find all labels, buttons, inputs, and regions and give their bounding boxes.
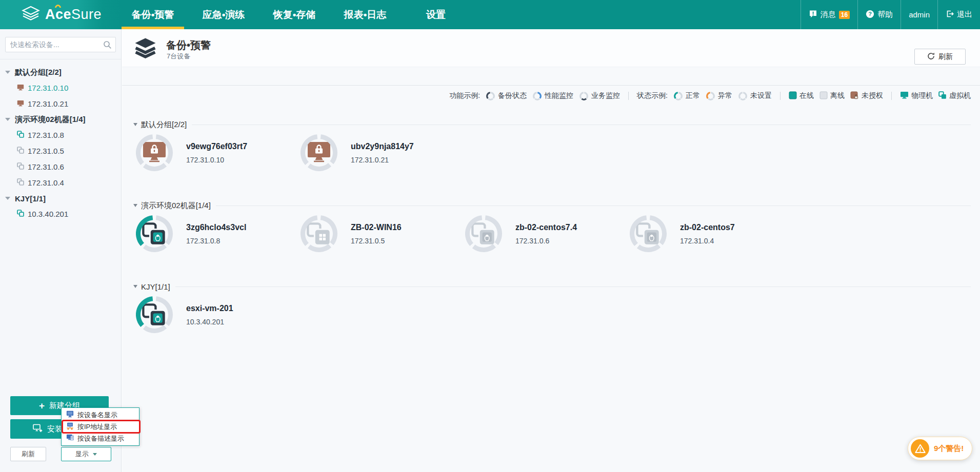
divider [192, 125, 971, 125]
tree-device-item[interactable]: 10.3.40.201 [0, 206, 121, 222]
status-ring [299, 214, 338, 253]
device-group-1: 演示环境02机器[1/4] 3zg6hclo4s3vcl 172.31.0.8 … [122, 201, 980, 253]
legend-function-0: 备份状态 [486, 91, 527, 101]
warnings-text: 9个警告! [934, 444, 964, 454]
warnings-badge[interactable]: 9个警告! [908, 437, 972, 460]
nav-tab-1[interactable]: 应急•演练 [192, 0, 255, 29]
tree-device-item[interactable]: 172.31.0.8 [0, 127, 121, 143]
device-info: zb-02-centos7 172.31.0.4 [680, 223, 735, 245]
device-ip: 172.31.0.8 [186, 237, 246, 245]
logout-button[interactable]: 退出 [937, 0, 980, 29]
tree-device-label: 10.3.40.201 [28, 210, 68, 218]
device-status-ring [464, 214, 503, 253]
device-info: ubv2y9nja814y7 172.31.0.21 [351, 142, 414, 164]
display-dropdown-button[interactable]: 显示 [61, 447, 111, 461]
virtual-machine-icon [17, 147, 24, 155]
logout-label: 退出 [957, 10, 972, 19]
menu-item-by-ip[interactable]: 按IP地址显示 [62, 421, 139, 433]
legend-label: 在线 [799, 91, 814, 100]
nav-tab-0[interactable]: 备份•预警 [122, 0, 184, 29]
menu-item-by-device-name[interactable]: 按设备名显示 [62, 409, 139, 421]
legend-ring-icon [579, 91, 589, 101]
legend-label: 虚拟机 [949, 91, 971, 100]
display-label: 显示 [75, 449, 89, 459]
offline-square-icon [819, 91, 828, 101]
legend-function-2: 业务监控 [579, 91, 620, 101]
status-ring [135, 214, 174, 253]
menu-item-by-description[interactable]: 按设备描述显示 [62, 433, 139, 444]
cards-row: esxi-vm-201 10.3.40.201 [122, 295, 980, 334]
help-button[interactable]: ? 帮助 [857, 0, 901, 29]
tree-group-0[interactable]: 默认分组[2/2] [0, 65, 121, 80]
device-name: ubv2y9nja814y7 [351, 142, 414, 151]
status-ring [464, 214, 503, 253]
nav-tab-3[interactable]: 报表•日志 [334, 0, 396, 29]
monitor-icon [66, 422, 74, 432]
search-icon[interactable] [103, 40, 112, 51]
physical-machine-icon [17, 99, 24, 108]
group-label: KJY[1/1] [141, 282, 170, 291]
legend-ring-icon [706, 91, 715, 101]
group-header-2[interactable]: KJY[1/1] [122, 282, 980, 291]
warning-triangle-icon [911, 439, 929, 458]
search-container [0, 29, 121, 59]
divider [628, 92, 629, 100]
device-status-ring [135, 295, 174, 334]
device-card[interactable]: ubv2y9nja814y7 172.31.0.21 [299, 133, 464, 172]
virtual-machine-icon [17, 131, 24, 139]
legend-offline: 离线 [819, 91, 845, 101]
main-refresh-label: 刷新 [938, 52, 953, 61]
tree-device-item[interactable]: 172.31.0.5 [0, 143, 121, 159]
group-header-0[interactable]: 默认分组[2/2] [122, 120, 980, 129]
device-name: v9ewg76ef03rt7 [186, 142, 247, 151]
device-card[interactable]: 3zg6hclo4s3vcl 172.31.0.8 [135, 214, 299, 253]
device-name: zb-02-centos7 [680, 223, 735, 232]
tree-device-item[interactable]: 172.31.0.10 [0, 80, 121, 96]
install-label: 安装 [47, 424, 63, 434]
tree-device-item[interactable]: 172.31.0.21 [0, 96, 121, 112]
device-ip: 172.31.0.6 [515, 237, 577, 245]
tree-group-1[interactable]: 演示环境02机器[1/4] [0, 112, 121, 127]
virtual-machine-icon [17, 210, 24, 218]
page-header: 备份•预警 7台设备 刷新 [122, 29, 980, 67]
user-menu[interactable]: admin [901, 0, 937, 29]
device-card[interactable]: esxi-vm-201 10.3.40.201 [135, 295, 299, 334]
device-name: esxi-vm-201 [186, 304, 233, 313]
search-input[interactable] [5, 37, 116, 52]
sidebar-refresh-button[interactable]: 刷新 [10, 447, 46, 461]
nav-tab-2[interactable]: 恢复•存储 [263, 0, 326, 29]
main-refresh-button[interactable]: 刷新 [914, 49, 966, 65]
device-card[interactable]: ZB-02-WIN16 172.31.0.5 [299, 214, 464, 253]
status-ring [135, 133, 174, 172]
legend-label: 离线 [830, 91, 845, 100]
nav-tab-label: 报表•日志 [344, 8, 387, 22]
device-card[interactable]: zb-02-centos7 172.31.0.4 [629, 214, 793, 253]
tree-group-2[interactable]: KJY[1/1] [0, 191, 121, 206]
physical-machine-icon [17, 84, 24, 92]
messages-count-badge: 16 [839, 11, 850, 19]
device-card[interactable]: zb-02-centos7.4 172.31.0.6 [464, 214, 629, 253]
messages-button[interactable]: 消息 16 [801, 0, 857, 29]
device-info: 3zg6hclo4s3vcl 172.31.0.8 [186, 223, 246, 245]
cards-row: v9ewg76ef03rt7 172.31.0.10 ubv2y9nja814y… [122, 133, 980, 172]
app-logo[interactable]: AceSure [22, 0, 102, 29]
legend-label: 未设置 [750, 91, 772, 100]
physical-machine-icon [900, 91, 909, 100]
tree-device-item[interactable]: 172.31.0.4 [0, 175, 121, 191]
device-status-ring [135, 133, 174, 172]
status-ring [299, 133, 338, 172]
device-card[interactable]: v9ewg76ef03rt7 172.31.0.10 [135, 133, 299, 172]
nav-tab-4[interactable]: 设置 [405, 0, 467, 29]
virtual-machine-icon [938, 91, 947, 101]
caret-down-icon [5, 197, 10, 200]
device-ip: 172.31.0.10 [186, 156, 247, 164]
tree-device-label: 172.31.0.10 [28, 84, 68, 92]
divider [175, 286, 971, 287]
virtual-machine-icon [17, 162, 24, 171]
group-header-1[interactable]: 演示环境02机器[1/4] [122, 201, 980, 210]
tree-device-item[interactable]: 172.31.0.6 [0, 159, 121, 175]
tree-device-label: 172.31.0.5 [28, 147, 64, 155]
device-name: ZB-02-WIN16 [351, 223, 402, 232]
device-status-ring [135, 214, 174, 253]
display-options-menu: 按设备名显示按IP地址显示按设备描述显示 [61, 407, 139, 446]
